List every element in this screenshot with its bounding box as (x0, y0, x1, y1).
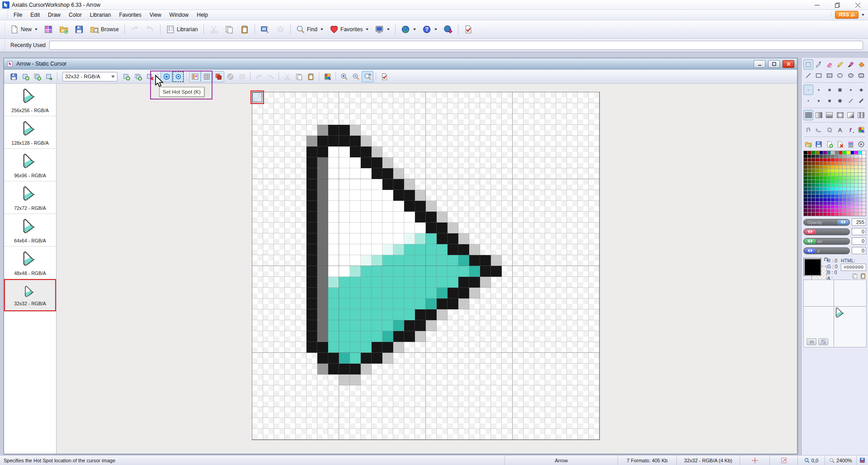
color-swatch[interactable] (808, 155, 811, 158)
color-swatch[interactable] (862, 155, 866, 158)
color-swatch[interactable] (859, 176, 862, 180)
color-swatch[interactable] (827, 176, 831, 180)
color-swatch[interactable] (820, 169, 823, 172)
color-swatch[interactable] (835, 162, 839, 165)
color-swatch[interactable] (816, 191, 819, 194)
color-swatch[interactable] (816, 151, 819, 154)
color-swatch[interactable] (847, 169, 850, 172)
color-swatch[interactable] (823, 198, 827, 201)
web-button[interactable] (398, 22, 419, 37)
primary-color-swatch[interactable] (803, 258, 821, 276)
color-swatch[interactable] (827, 166, 831, 169)
copy-color-icon[interactable] (852, 273, 858, 279)
color-swatch[interactable] (827, 187, 831, 190)
color-swatch[interactable] (839, 158, 843, 161)
color-swatch[interactable] (811, 169, 815, 172)
color-swatch[interactable] (820, 180, 823, 183)
color-swatch[interactable] (820, 195, 823, 198)
color-swatch[interactable] (804, 213, 807, 216)
color-swatch[interactable] (820, 151, 823, 154)
color-swatch[interactable] (839, 155, 843, 158)
color-swatch[interactable] (862, 187, 866, 190)
favorites-button[interactable]: Favorites (326, 22, 372, 37)
brush-size-2[interactable] (814, 85, 824, 95)
color-swatch[interactable] (847, 213, 850, 216)
color-swatch[interactable] (804, 169, 807, 172)
show-grid-button[interactable] (201, 71, 212, 82)
color-swatch[interactable] (820, 166, 823, 169)
color-swatch[interactable] (859, 187, 862, 190)
color-swatch[interactable] (862, 180, 866, 183)
menu-edit[interactable]: Edit (26, 10, 44, 19)
color-swatch[interactable] (808, 166, 811, 169)
color-swatch[interactable] (804, 151, 807, 154)
color-swatch[interactable] (859, 195, 862, 198)
color-swatch[interactable] (854, 176, 858, 180)
color-swatch[interactable] (811, 155, 815, 158)
color-swatch[interactable] (820, 155, 823, 158)
color-swatch[interactable] (823, 202, 827, 205)
menu-favorites[interactable]: Favorites (115, 10, 145, 19)
doc-minimize-button[interactable] (754, 60, 765, 68)
color-swatch[interactable] (820, 205, 823, 209)
color-swatch[interactable] (843, 198, 846, 201)
color-swatch[interactable] (804, 155, 807, 158)
color-swatch[interactable] (859, 180, 862, 183)
preview-format-button[interactable]: {0} (807, 338, 816, 345)
color-swatch[interactable] (839, 184, 843, 187)
color-swatch[interactable] (854, 213, 858, 216)
checkup-button[interactable] (461, 22, 476, 37)
palette-menu-button[interactable] (856, 139, 866, 149)
color-swatch[interactable] (808, 195, 811, 198)
color-swatch[interactable] (831, 184, 835, 187)
menu-draw[interactable]: Draw (44, 10, 65, 19)
color-swatch[interactable] (843, 151, 846, 154)
rounded-rectangle-tool[interactable] (856, 70, 866, 81)
color-swatch[interactable] (823, 213, 827, 216)
color-swatch[interactable] (839, 198, 843, 201)
color-swatch[interactable] (843, 169, 846, 172)
color-swatch[interactable] (820, 191, 823, 194)
color-swatch[interactable] (820, 158, 823, 161)
color-swatch[interactable] (835, 173, 839, 176)
color-swatch[interactable] (820, 198, 823, 201)
color-swatch[interactable] (804, 173, 807, 176)
color-swatch[interactable] (811, 209, 815, 212)
color-swatch[interactable] (843, 213, 846, 216)
new-image-button[interactable] (120, 71, 132, 82)
help-button[interactable]: ? (419, 22, 440, 37)
color-swatch[interactable] (811, 202, 815, 205)
color-swatch[interactable] (831, 209, 835, 212)
menu-view[interactable]: View (146, 10, 165, 19)
color-swatch[interactable] (862, 205, 866, 209)
color-swatch[interactable] (811, 213, 815, 216)
color-swatch[interactable] (839, 162, 843, 165)
color-swatch[interactable] (847, 158, 850, 161)
color-swatch[interactable] (831, 198, 835, 201)
color-swatch[interactable] (839, 166, 843, 169)
color-swatch[interactable] (831, 180, 835, 183)
fill-gradient-h[interactable] (814, 110, 824, 120)
color-swatch[interactable] (816, 169, 819, 172)
color-swatch[interactable] (823, 209, 827, 212)
color-swatch[interactable] (854, 191, 858, 194)
color-swatch[interactable] (851, 166, 854, 169)
green-slider[interactable]: en (803, 238, 850, 245)
zoom-auto-button[interactable] (362, 71, 373, 82)
color-swatch[interactable] (835, 202, 839, 205)
color-swatch[interactable] (835, 169, 839, 172)
close-button[interactable] (848, 0, 868, 10)
color-swatch[interactable] (831, 205, 835, 209)
color-swatch[interactable] (811, 195, 815, 198)
paste-button[interactable] (237, 22, 252, 37)
brush-round-2[interactable] (814, 95, 824, 106)
menu-file[interactable]: File (9, 10, 26, 19)
color-swatch[interactable] (862, 213, 866, 216)
color-swatch[interactable] (843, 180, 846, 183)
color-swatch[interactable] (804, 180, 807, 183)
new-project-button[interactable] (41, 22, 56, 37)
zoom-in-button[interactable] (338, 71, 350, 82)
color-swatch[interactable] (862, 176, 866, 180)
color-swatch[interactable] (808, 162, 811, 165)
recently-used-input[interactable] (49, 41, 863, 50)
